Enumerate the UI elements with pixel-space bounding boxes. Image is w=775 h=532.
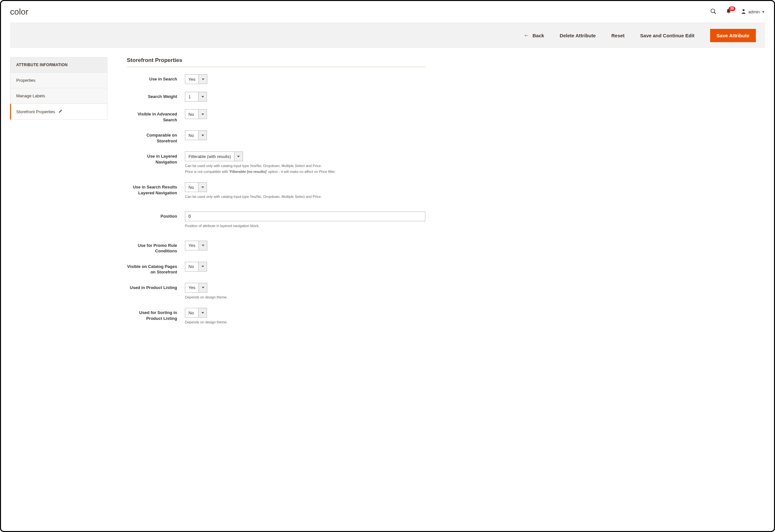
select-arrow-button[interactable] — [198, 183, 207, 192]
help-text: Depends on design theme. — [185, 295, 425, 301]
sidebar-item-label: Storefront Properties — [16, 109, 55, 114]
select-arrow-button[interactable] — [198, 241, 207, 250]
sidebar-item-properties[interactable]: Properties — [10, 73, 107, 88]
action-bar: ← Back Delete Attribute Reset Save and C… — [10, 23, 765, 48]
sidebar-item-label: Manage Labels — [16, 93, 45, 98]
field-label: Visible on Catalog Pages on Storefront — [127, 262, 177, 275]
sidebar-item-manage-labels[interactable]: Manage Labels — [10, 88, 107, 104]
back-button[interactable]: ← Back — [523, 32, 544, 39]
admin-label: admin — [748, 9, 760, 14]
save-attribute-button[interactable]: Save Attribute — [710, 29, 756, 42]
field-label: Visible in Advanced Search — [127, 109, 177, 123]
chevron-down-icon — [201, 135, 204, 136]
save-continue-button[interactable]: Save and Continue Edit — [640, 33, 695, 38]
field-label: Use in Layered Navigation — [127, 151, 177, 165]
field-search-weight: Search Weight 1 — [127, 92, 425, 101]
field-layered-navigation: Use in Layered Navigation Filterable (wi… — [127, 151, 425, 174]
chevron-down-icon: ▼ — [762, 10, 765, 14]
section-title: Storefront Properties — [127, 57, 425, 67]
select-value: Yes — [185, 241, 198, 250]
select-arrow-button[interactable] — [198, 308, 207, 317]
select-arrow-button[interactable] — [198, 262, 207, 271]
field-label: Comparable on Storefront — [127, 130, 177, 144]
sidebar-item-label: Properties — [16, 78, 35, 83]
reset-button[interactable]: Reset — [611, 33, 625, 38]
select-value: No — [185, 110, 198, 119]
content: Storefront Properties Use in Search Yes … — [127, 57, 425, 333]
sidebar-item-storefront-properties[interactable]: Storefront Properties — [10, 104, 107, 120]
chevron-down-icon — [202, 78, 204, 80]
field-label: Use for Promo Rule Conditions — [127, 241, 177, 254]
pencil-icon — [58, 109, 63, 114]
select-arrow-button[interactable] — [198, 283, 207, 292]
field-comparable-storefront: Comparable on Storefront No — [127, 130, 425, 144]
field-label: Used for Sorting in Product Listing — [127, 308, 177, 321]
notifications-button[interactable]: 39 — [726, 8, 732, 15]
help-text: Position of attribute in layered navigat… — [185, 223, 425, 229]
promo-rules-select[interactable]: Yes — [185, 241, 207, 250]
select-value: No — [185, 183, 198, 192]
chevron-down-icon — [202, 287, 204, 289]
select-arrow-button[interactable] — [198, 75, 207, 84]
use-in-search-select[interactable]: Yes — [185, 74, 207, 84]
field-promo-rules: Use for Promo Rule Conditions Yes — [127, 241, 425, 254]
field-search-results-layered-nav: Use in Search Results Layered Navigation… — [127, 182, 425, 200]
select-value: No — [185, 131, 198, 140]
field-visible-advanced-search: Visible in Advanced Search No — [127, 109, 425, 123]
search-button[interactable] — [710, 8, 717, 16]
back-label: Back — [532, 33, 544, 38]
select-value: No — [185, 262, 198, 271]
page-title: color — [10, 7, 28, 17]
field-label: Use in Search — [127, 74, 177, 82]
help-text: Can be used only with catalog input type… — [185, 163, 425, 174]
chevron-down-icon — [201, 96, 204, 98]
chevron-down-icon — [201, 186, 204, 188]
help-text: Can be used only with catalog input type… — [185, 194, 425, 200]
help-text: Depends on design theme. — [185, 320, 425, 325]
field-product-listing: Used in Product Listing Yes Depends on d… — [127, 283, 425, 301]
field-use-in-search: Use in Search Yes — [127, 74, 425, 84]
select-value: Filterable (with results) — [185, 152, 234, 161]
delete-attribute-button[interactable]: Delete Attribute — [560, 33, 596, 38]
select-arrow-button[interactable] — [234, 152, 243, 161]
select-arrow-button[interactable] — [198, 110, 207, 119]
field-visible-catalog: Visible on Catalog Pages on Storefront N… — [127, 262, 425, 275]
chevron-down-icon — [202, 244, 204, 246]
chevron-down-icon — [237, 156, 240, 157]
sidebar-header: ATTRIBUTE INFORMATION — [10, 57, 107, 73]
field-label: Search Weight — [127, 92, 177, 100]
chevron-down-icon — [201, 266, 204, 267]
field-label: Use in Search Results Layered Navigation — [127, 182, 177, 195]
field-label: Position — [127, 211, 177, 219]
product-listing-select[interactable]: Yes — [185, 283, 207, 293]
select-value: Yes — [185, 283, 198, 292]
sidebar: ATTRIBUTE INFORMATION Properties Manage … — [10, 57, 107, 120]
help-line: Price is not compatible with 'Filterable… — [185, 169, 425, 175]
select-arrow-button[interactable] — [198, 131, 207, 140]
user-icon — [741, 8, 746, 15]
select-value: No — [185, 308, 198, 317]
field-position: Position Position of attribute in layere… — [127, 211, 425, 229]
visible-catalog-select[interactable]: No — [185, 262, 207, 272]
search-icon — [710, 8, 717, 16]
svg-line-1 — [714, 12, 716, 14]
svg-point-2 — [743, 9, 745, 11]
arrow-left-icon: ← — [523, 32, 529, 39]
chevron-down-icon — [201, 113, 204, 115]
select-value: 1 — [185, 92, 198, 101]
position-input[interactable] — [185, 211, 425, 221]
admin-account-menu[interactable]: admin ▼ — [741, 8, 765, 15]
layered-nav-select[interactable]: Filterable (with results) — [185, 151, 243, 161]
notification-badge: 39 — [729, 6, 735, 11]
search-results-layered-select[interactable]: No — [185, 182, 207, 192]
header-actions: 39 admin ▼ — [710, 8, 765, 16]
visible-advanced-select[interactable]: No — [185, 109, 207, 119]
page-header: color 39 admin ▼ — [1, 1, 774, 23]
sorting-listing-select[interactable]: No — [185, 308, 207, 318]
svg-point-0 — [711, 9, 715, 13]
comparable-select[interactable]: No — [185, 130, 207, 140]
search-weight-select[interactable]: 1 — [185, 92, 207, 101]
select-arrow-button[interactable] — [198, 92, 207, 101]
select-value: Yes — [185, 75, 198, 84]
field-label: Used in Product Listing — [127, 283, 177, 291]
